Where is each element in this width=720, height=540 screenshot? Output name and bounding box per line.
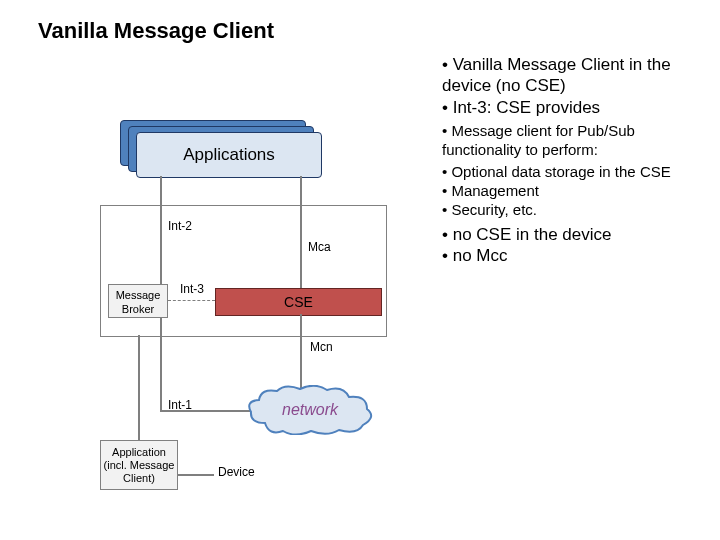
network-label: network [282, 401, 338, 418]
bullet-3: no CSE in the device [442, 224, 700, 245]
cse-box: CSE [215, 288, 382, 316]
applications-box: Applications [120, 120, 320, 174]
page-title: Vanilla Message Client [38, 18, 274, 44]
description-panel: Vanilla Message Client in the device (no… [420, 50, 700, 270]
applications-layer-front: Applications [136, 132, 322, 178]
connector-appbox-device [138, 335, 140, 440]
message-broker-box: Message Broker [108, 284, 168, 318]
bullet-2a: Message client for Pub/Sub functionality… [442, 122, 700, 160]
bullet-2a2: Management [442, 182, 700, 201]
broker-line1: Message [116, 289, 161, 301]
bullet-2a1: Optional data storage in the CSE [442, 163, 700, 182]
appbox-line3: Client) [123, 472, 155, 484]
connector-mcn [300, 314, 302, 390]
bullet-1: Vanilla Message Client in the device (no… [442, 54, 700, 97]
appbox-line1: Application [112, 446, 166, 458]
connector-appbox-devlabel [178, 474, 214, 476]
bullet-2a3: Security, etc. [442, 201, 700, 220]
application-message-client-box: Application (incl. Message Client) [100, 440, 178, 490]
connector-int3 [168, 300, 215, 301]
connector-int2-inner [160, 205, 162, 284]
connector-int1-v [160, 318, 162, 410]
broker-line2: Broker [122, 303, 154, 315]
connector-int2 [160, 176, 162, 205]
label-int1: Int-1 [168, 398, 192, 412]
bullet-2: Int-3: CSE provides [442, 97, 700, 118]
bullet-4: no Mcc [442, 245, 700, 266]
appbox-line2: (incl. Message [104, 459, 175, 471]
label-int3: Int-3 [180, 282, 204, 296]
network-cloud: network [245, 385, 375, 435]
device-label: Device [218, 465, 255, 479]
label-mcn: Mcn [310, 340, 333, 354]
